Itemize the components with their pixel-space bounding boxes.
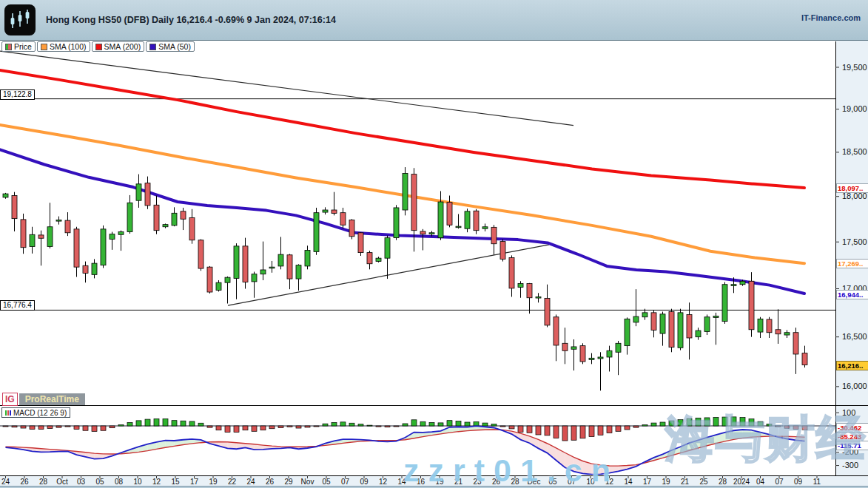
app-icon — [4, 4, 36, 35]
candle-up — [216, 282, 221, 290]
macd-hist-bar-down — [38, 426, 44, 430]
prorealtime-logo[interactable]: ProRealTime — [19, 393, 85, 405]
macd-hist-bar-down — [74, 426, 79, 430]
macd-hist-bar-up — [740, 418, 745, 426]
date-tick-label: Dec — [528, 478, 541, 486]
date-tick-label: Nov — [301, 478, 314, 486]
date-tick-label: Oct — [56, 478, 68, 486]
candle-up — [3, 194, 8, 197]
date-tick-label: 14 — [624, 478, 633, 486]
date-tick-label: 09 — [794, 478, 803, 486]
legend-sma50-button[interactable]: SMA (50) — [146, 41, 195, 52]
hline-16776-label: 16,776.4 — [0, 300, 35, 311]
candle-up — [713, 316, 719, 317]
macd-hist-bar-down — [83, 426, 88, 430]
macd-hist-bar-up — [127, 422, 132, 426]
macd-hist-bar-up — [456, 421, 461, 426]
header-bar: Hong Kong HS50 (DFB) Daily 16,216.4 -0.6… — [0, 0, 868, 41]
candle-up — [465, 211, 470, 228]
macd-hist-bar-down — [500, 426, 505, 427]
date-tick-label: 03 — [77, 478, 86, 486]
date-tick-label: 17 — [190, 478, 199, 486]
candle-down — [580, 346, 585, 362]
candle-down — [509, 258, 514, 288]
macd-hist-bar-up — [198, 423, 203, 426]
macd-hist-bar-down — [580, 426, 585, 438]
trading-app-window: 19,50019,00018,50018,00017,50017,00016,5… — [0, 0, 868, 488]
macd-hist-bar-down — [65, 426, 70, 427]
macd-hist-bar-up — [332, 422, 337, 426]
candle-up — [296, 265, 301, 279]
candle-down — [669, 312, 674, 348]
macd-tick-label: 100 — [842, 408, 855, 417]
date-tick-label: 19 — [662, 478, 670, 486]
date-tick-label: 12 — [379, 478, 388, 486]
sma100-value-label: 17,269.. — [836, 259, 868, 268]
legend-sma100-button[interactable]: SMA (100) — [37, 41, 90, 52]
macd-hist-bar-down — [616, 426, 621, 431]
price-icon — [5, 44, 12, 50]
candle-up — [571, 347, 576, 349]
candle-up — [252, 274, 257, 282]
candle-up — [172, 213, 177, 226]
date-tick-label: 2024 — [733, 478, 750, 486]
price-tick-label: 18,500 — [842, 147, 867, 156]
candle-down — [500, 242, 505, 260]
macd-hist-bar-up — [403, 424, 408, 426]
macd-legend-button[interactable]: MACD (12 26 9) — [1, 407, 70, 418]
candle-down — [207, 267, 212, 292]
macd-hist-bar-up — [358, 424, 363, 426]
candle-up — [704, 317, 710, 332]
date-tick-label: 26 — [20, 478, 29, 486]
date-tick-label: 21 — [454, 478, 463, 486]
date-tick-label: 09 — [360, 478, 369, 486]
macd-hist-bar-down — [571, 426, 576, 440]
macd-hist-bar-down — [314, 426, 319, 427]
macd-hist-bar-up — [651, 423, 656, 426]
macd-hist-bar-up — [411, 420, 417, 426]
macd-hist-bar-up — [660, 422, 665, 426]
candle-up — [482, 227, 488, 228]
candle-down — [181, 211, 186, 219]
date-tick-label: 19 — [435, 478, 444, 486]
macd-hist-bar-down — [607, 426, 612, 433]
macd-hist-bar-down — [12, 426, 17, 427]
date-tick-label: 25 — [699, 478, 708, 486]
price-tick-label: 19,000 — [842, 104, 867, 113]
macd-hist-bar-down — [536, 426, 541, 435]
price-tick-label: 18,000 — [842, 192, 867, 200]
legend-sma100-label: SMA (100) — [50, 42, 87, 51]
date-tick-label: 10 — [586, 478, 595, 486]
candle-down — [749, 281, 754, 330]
candle-up — [127, 203, 132, 231]
candle-up — [234, 246, 239, 279]
legend-price-button[interactable]: Price — [1, 41, 36, 52]
macd-hist-bar-up — [767, 424, 772, 427]
candle-up — [589, 358, 594, 359]
candle-down — [198, 240, 203, 268]
date-tick-label: 04 — [756, 478, 765, 486]
legend-sma200-button[interactable]: SMA (200) — [92, 41, 145, 52]
sma50-icon — [149, 44, 156, 50]
candle-down — [65, 220, 70, 233]
itfinance-brand-link[interactable]: IT-Finance.com — [801, 13, 861, 22]
macd-hist-bar-down — [385, 426, 390, 427]
macd-hist-bar-up — [722, 417, 727, 426]
candle-up — [696, 331, 701, 337]
macd-hist-bar-up — [181, 421, 186, 426]
candle-up — [225, 277, 230, 282]
macd-hist-bar-down — [625, 426, 630, 430]
candle-up — [722, 285, 727, 322]
macd-hist-bar-down — [527, 426, 532, 433]
ig-logo[interactable]: IG — [2, 393, 18, 406]
candle-down — [154, 205, 159, 230]
macd-hist-bar-down — [56, 426, 61, 427]
date-tick-label: 07 — [341, 478, 350, 486]
macd-hist-bar-up — [687, 418, 692, 426]
macd-hist-bar-down — [260, 426, 266, 430]
candle-down — [793, 333, 798, 354]
candle-up — [758, 319, 763, 332]
candle-up — [385, 238, 390, 259]
macd-hist-bar-up — [669, 421, 674, 426]
macd-hist-bar-down — [21, 426, 26, 428]
